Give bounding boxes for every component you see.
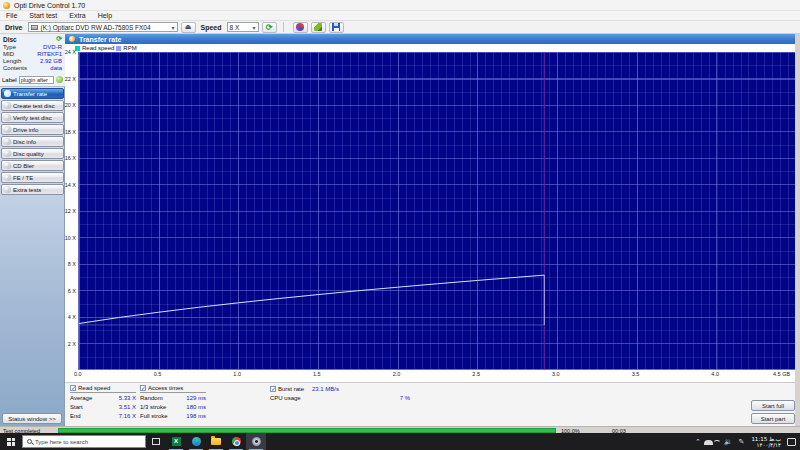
save-button[interactable] (329, 22, 344, 33)
disc-info-row: MIDRITEKF1 (0, 51, 65, 58)
sidebar-button-transfer-rate[interactable]: Transfer rate (1, 88, 64, 99)
sidebar-button-extra-tests[interactable]: Extra tests (1, 184, 64, 195)
speed-combobox[interactable]: 8 X ▾ (227, 22, 259, 32)
stats-row: CPU usage7 % (270, 393, 410, 402)
chart-legend: Read speedRPM (65, 44, 795, 52)
edge-icon (192, 437, 201, 446)
app-status-bar: Test completed 100.0% 00:03 (0, 426, 800, 433)
panel-header: Transfer rate (65, 34, 795, 44)
drive-combobox[interactable]: (K:) Optiarc DVD RW AD-7580S FX04 ▾ (28, 22, 178, 32)
stats-row-label: 1/3 stroke (140, 404, 166, 410)
toolbar: Drive (K:) Optiarc DVD RW AD-7580S FX04 … (0, 21, 800, 34)
wifi-icon[interactable] (713, 440, 721, 448)
y-tick-label: 20 X (65, 102, 76, 108)
disc-info-row: Contentsdata (0, 65, 65, 72)
y-tick-label: 14 X (65, 182, 76, 188)
sidebar-button-label: CD Bler (13, 163, 34, 169)
menu-item-start-test[interactable]: Start test (23, 12, 63, 19)
cd-icon (4, 150, 11, 157)
eject-button[interactable]: ⏏ (181, 22, 196, 33)
stats-row-label: Average (70, 395, 92, 401)
panel-title: Transfer rate (79, 36, 121, 43)
menu-item-extra[interactable]: Extra (63, 12, 91, 19)
disc-info-value: data (50, 65, 62, 72)
sidebar-button-disc-info[interactable]: Disc info (1, 136, 64, 147)
pencil-button[interactable] (311, 22, 326, 33)
start-part-button[interactable]: Start part (751, 413, 795, 424)
stats-row-label: CPU usage (270, 395, 301, 401)
refresh-disc-icon[interactable]: ⟳ (56, 35, 62, 43)
x-tick-label: 2.0 (393, 371, 401, 377)
taskbar-clock[interactable]: 11:15 ب.ظ ۱۴۰۰/۴/۱۴ (751, 436, 781, 448)
legend-label: RPM (123, 45, 136, 51)
stats-row-value: 7 % (400, 395, 410, 401)
sidebar-button-verify-test-disc[interactable]: Verify test disc (1, 112, 64, 123)
cd-icon (4, 126, 11, 133)
pen-icon[interactable]: ✎ (739, 433, 745, 450)
sidebar-button-disc-quality[interactable]: Disc quality (1, 148, 64, 159)
legend-swatch-rpm (116, 46, 121, 51)
disc-info-row: Length2.92 GB (0, 58, 65, 65)
stats-row-label: Random (140, 395, 163, 401)
start-button[interactable] (0, 433, 22, 450)
refresh-speed-button[interactable]: ⟳ (262, 22, 277, 33)
sidebar-button-label: Verify test disc (13, 115, 52, 121)
y-tick-label: 16 X (65, 155, 76, 161)
stats-group-header: ✓Burst rate23.1 MB/s (270, 385, 410, 393)
main-panel: Transfer rate Read speedRPM 2 X4 X6 X8 X… (65, 34, 795, 426)
status-window-button[interactable]: Status window >> (2, 413, 62, 424)
taskbar-app-file-explorer[interactable] (206, 433, 226, 450)
disc-info-value: RITEKF1 (37, 51, 62, 58)
stats-row: Start3.51 X (70, 402, 136, 411)
file-explorer-icon (211, 438, 221, 445)
cd-icon (4, 186, 11, 193)
refresh-speed-icon: ⟳ (266, 23, 273, 32)
sidebar-button-fe-te[interactable]: FE / TE (1, 172, 64, 183)
disc-info-label: Length (3, 58, 21, 65)
cd-icon (4, 138, 11, 145)
clock-date: ۱۴۰۰/۴/۱۴ (751, 442, 781, 448)
cd-icon (4, 162, 11, 169)
volume-icon[interactable]: 🔉 (724, 433, 733, 450)
y-tick-label: 18 X (65, 129, 76, 135)
chevron-up-icon[interactable]: ⌃ (695, 433, 701, 450)
sidebar-button-cd-bler[interactable]: CD Bler (1, 160, 64, 171)
drive-icon (31, 25, 38, 30)
transfer-rate-chart (78, 52, 795, 370)
sidebar-button-drive-info[interactable]: Drive info (1, 124, 64, 135)
onedrive-icon[interactable] (704, 440, 713, 445)
sidebar-button-create-test-disc[interactable]: Create test disc (1, 100, 64, 111)
task-view-icon (152, 438, 160, 445)
checkbox-read-speed[interactable]: ✓ (70, 385, 76, 391)
stats-row: End7.16 X (70, 411, 136, 420)
speed-label: Speed (201, 24, 222, 31)
y-tick-label: 10 X (65, 235, 76, 241)
stats-group-title: Access times (148, 385, 183, 391)
taskbar-app-task-view[interactable] (146, 433, 166, 450)
x-tick-label: 4.0 (711, 371, 719, 377)
edit-label-icon[interactable] (56, 76, 63, 83)
x-tick-label: 1.5 (313, 371, 321, 377)
disc-label-field[interactable]: plugin after (19, 76, 54, 84)
taskbar-app-edge[interactable] (186, 433, 206, 450)
start-full-button[interactable]: Start full (751, 400, 795, 411)
checkbox-burst-rate[interactable]: ✓ (270, 386, 276, 392)
taskbar-app-opti-drive-control[interactable] (246, 433, 266, 450)
pie-chart-button[interactable] (293, 22, 308, 33)
chevron-down-icon: ▾ (169, 24, 175, 31)
taskbar-app-chrome[interactable] (226, 433, 246, 450)
pie-chart-icon (296, 23, 304, 31)
y-tick-label: 6 X (68, 288, 76, 294)
action-center-icon[interactable] (787, 438, 796, 446)
y-tick-label: 2 X (68, 341, 76, 347)
window-title: Opti Drive Control 1.70 (14, 2, 85, 9)
checkbox-access-times[interactable]: ✓ (140, 385, 146, 391)
menu-item-help[interactable]: Help (92, 12, 118, 19)
x-tick-label: 0.5 (154, 371, 162, 377)
menu-item-file[interactable]: File (0, 12, 23, 19)
sidebar-button-label: Disc info (13, 139, 36, 145)
taskbar-app-excel[interactable]: X (166, 433, 186, 450)
taskbar-search-input[interactable]: Type here to search (22, 435, 146, 448)
app-icon (3, 2, 10, 9)
search-placeholder: Type here to search (35, 439, 88, 445)
